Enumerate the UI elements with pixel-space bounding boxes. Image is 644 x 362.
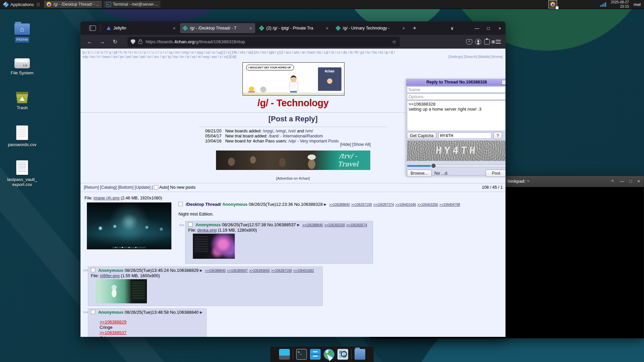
clock[interactable]: 2025-08-27 23:15	[611, 0, 629, 8]
post-number[interactable]: No.106388840	[170, 310, 199, 315]
window-close-button[interactable]: ×	[494, 26, 505, 31]
tab-close-icon[interactable]: ×	[249, 26, 253, 31]
post-checkbox[interactable]	[91, 268, 95, 272]
backlink[interactable]: >>106404798	[439, 203, 460, 206]
list-tabs-icon[interactable]: ∨	[450, 25, 454, 31]
post-number[interactable]: No.106388328	[294, 202, 323, 207]
backlink[interactable]: >>106401682	[293, 269, 314, 273]
thread-nav-links[interactable]: [Return] [Catalog] [Bottom] [Update]	[84, 185, 151, 190]
dock-terminal-icon[interactable]: >_	[296, 349, 307, 360]
news-board-link[interactable]: /vrpg/	[263, 129, 273, 133]
post-number[interactable]: No.106388537	[267, 222, 296, 227]
lock-icon[interactable]	[139, 41, 142, 44]
applications-menu[interactable]: Applications	[0, 0, 43, 9]
post-menu-arrow-icon[interactable]: ▶	[297, 223, 300, 227]
user-menu[interactable]: mel	[634, 2, 641, 7]
tab-close-icon[interactable]: ×	[325, 26, 329, 31]
terminal-minimize-button[interactable]: —	[619, 179, 625, 184]
slider-track[interactable]	[407, 165, 505, 167]
post-menu-arrow-icon[interactable]: ▶	[200, 268, 203, 272]
backlink[interactable]: >>106393200	[324, 223, 345, 227]
forward-button[interactable]: →	[97, 37, 107, 47]
desktop-icon-lastpass-vault-export-csv[interactable]: lastpass_vault_export.csv	[5, 160, 40, 188]
quick-reply-titlebar[interactable]: Reply to Thread No.106388328	[406, 79, 505, 86]
terminal-close-button[interactable]: ×	[636, 179, 642, 184]
backlink[interactable]: >>106397374	[373, 203, 394, 206]
browser-tab[interactable]: /g/ - /Desktop Thread/ - T×	[180, 23, 255, 33]
reply-file-link[interactable]: deska.png	[197, 228, 217, 233]
desktop-icon-home[interactable]: ⌂Home	[5, 23, 40, 43]
browser-tab[interactable]: Jellyfin×	[104, 23, 179, 33]
op-thumbnail-image[interactable]	[87, 202, 171, 249]
backlink[interactable]: >>106388840	[302, 223, 323, 227]
board-list-line1[interactable]: [a / b / c / d / e / f / g / gif / h / h…	[83, 50, 503, 55]
window-maximize-button[interactable]: □	[483, 26, 494, 31]
backlink[interactable]: >>106397199	[271, 269, 292, 273]
post-menu-arrow-icon[interactable]: ▶	[324, 202, 327, 206]
backlink[interactable]: >>106393692	[249, 269, 270, 273]
browse-file-button[interactable]: Browse...	[407, 170, 432, 177]
news-board-link[interactable]: /vst/	[288, 129, 296, 133]
auto-refresh-checkbox[interactable]	[154, 185, 158, 189]
advertise-link[interactable]: [Advertise on 4chan]	[80, 176, 505, 180]
quick-reply-close-icon[interactable]: ×	[502, 80, 505, 84]
url-text[interactable]: https://boards.4chan.org/g/thread/106388…	[146, 39, 245, 44]
post-checkbox[interactable]	[91, 310, 95, 314]
tab-close-icon[interactable]: ×	[172, 26, 176, 31]
backlink[interactable]: >>106389007	[227, 269, 248, 273]
menu-icon[interactable]	[496, 40, 501, 44]
news-board-link[interactable]: /vmg/	[276, 129, 286, 133]
post-menu-arrow-icon[interactable]: ▶	[200, 310, 203, 314]
name-field[interactable]	[407, 86, 505, 93]
comment-textarea[interactable]: >>106388328 setting up a home server rig…	[407, 101, 505, 131]
pocket-icon[interactable]: ∨	[466, 39, 472, 45]
ad-banner-image[interactable]: /trv/ - Travel	[216, 150, 370, 170]
reply-file-link[interactable]: ni99er.png	[100, 274, 119, 278]
slider-thumb[interactable]	[431, 163, 436, 169]
terminal-rollup-button[interactable]: ^	[609, 179, 615, 184]
board-list-right-links[interactable]: [Settings] [Search] [Mobile] [Home]	[448, 55, 503, 59]
backlink[interactable]: >>106401646	[395, 203, 416, 206]
dock-web-browser-icon[interactable]	[324, 349, 334, 360]
desktop-icon-passwords-csv[interactable]: passwords.csv	[5, 125, 40, 148]
tab-close-icon[interactable]: ×	[401, 26, 406, 31]
post-checkbox[interactable]	[178, 202, 183, 206]
backlink[interactable]: >>106397199	[351, 203, 372, 206]
board-banner-image[interactable]: I WOULDN'T GET YOUR HOPES UP. 4chan	[243, 62, 344, 96]
back-button[interactable]: ←	[85, 37, 95, 47]
captcha-answer-field[interactable]	[438, 132, 491, 139]
url-bar[interactable]: https://boards.4chan.org/g/thread/106388…	[127, 37, 400, 47]
firefox-view-icon[interactable]	[89, 25, 96, 31]
terminal-maximize-button[interactable]: □	[628, 179, 634, 184]
taskbar-window-firefox[interactable]: /g/ - /Desktop Thread/ - ...	[44, 0, 102, 8]
dock-app-finder-icon[interactable]	[337, 349, 348, 360]
dock-folder-icon[interactable]	[355, 349, 365, 360]
backlink[interactable]: >>106393574	[346, 223, 367, 227]
browser-tab[interactable]: /g/ - Urinary Technology -×	[333, 23, 408, 33]
board-list[interactable]: [a / b / c / d / e / f / g / gif / h / h…	[83, 50, 503, 59]
backlink[interactable]: >>106403256	[417, 203, 438, 206]
news-board-link[interactable]: /vip/ - Very Important Posts	[288, 139, 339, 143]
backlink[interactable]: >>106388840	[329, 203, 350, 206]
captcha-slider[interactable]	[407, 163, 505, 168]
taskbar-window-terminal[interactable]: >_ Terminal - mel@server-...	[103, 0, 161, 8]
board-list-line2[interactable]: mlp / mu / n / news / out / po / pol / p…	[83, 55, 503, 59]
account-icon[interactable]	[475, 39, 481, 45]
browser-tab[interactable]: (2) /g/ - /ptg/ - Private Tra×	[257, 23, 332, 33]
reload-button[interactable]: ↻	[110, 37, 120, 47]
desktop-icon-file-system[interactable]: File System	[5, 58, 40, 76]
bookmark-star-icon[interactable]: ☆	[392, 39, 396, 45]
quotelink[interactable]: >>106388829	[100, 319, 126, 325]
options-field[interactable]	[407, 94, 505, 100]
backlink[interactable]: >>106388840	[205, 269, 226, 273]
news-board-link[interactable]: /bant/ - International/Random	[269, 134, 323, 138]
get-captcha-button[interactable]: Get Captcha	[407, 132, 436, 139]
op-file-link[interactable]: image (4).png	[94, 196, 119, 200]
dock-show-desktop-icon[interactable]	[279, 349, 290, 360]
news-board-link[interactable]: /vm/	[305, 129, 313, 133]
hide-showall-links[interactable]: [Hide] [Show All]	[340, 142, 371, 147]
quotelink[interactable]: >>106388537	[100, 330, 126, 336]
extensions-icon[interactable]	[484, 39, 490, 45]
tray-firefox-icon[interactable]	[548, 0, 557, 8]
captcha-help-button[interactable]: ?	[493, 132, 502, 139]
